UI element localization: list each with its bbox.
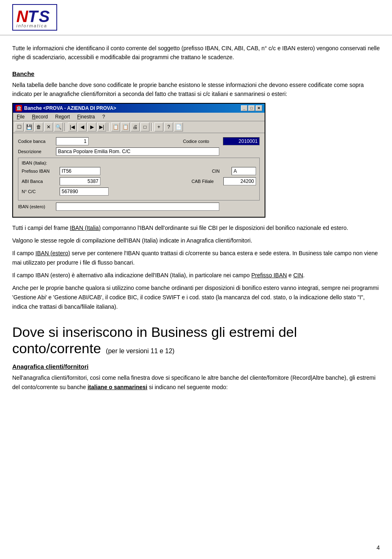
abi-cab-row: ABI Banca CAB Filiale xyxy=(22,177,256,185)
anagrafica-text: Nell'anagrafica clienti/fornitori, così … xyxy=(12,373,380,392)
large-section-heading: Dove si inseriscono in Business gli estr… xyxy=(12,324,380,356)
codice-banca-row: Codice banca Codice conto xyxy=(18,137,260,145)
abi-banca-label: ABI Banca xyxy=(22,179,56,184)
nc-label: N° C/C xyxy=(22,189,56,194)
codice-banca-label: Codice banca xyxy=(18,139,53,144)
toolbar-extra[interactable]: 📄 xyxy=(174,122,183,131)
logo-box: N T S informatica xyxy=(12,4,57,31)
menu-bar: File Record Report Finestra ? xyxy=(13,113,265,121)
nc-row: N° C/C xyxy=(22,187,256,196)
abi-banca-input[interactable] xyxy=(60,177,100,185)
svg-text:T: T xyxy=(28,7,39,25)
toolbar-add[interactable]: + xyxy=(154,122,163,131)
post-dialog-para1: Tutti i campi del frame IBAN (Italia) co… xyxy=(12,223,380,233)
toolbar-prev[interactable]: ◀ xyxy=(78,122,87,131)
main-content: Tutte le informazioni che identificano i… xyxy=(0,36,392,408)
large-heading-line1: Dove si inseriscono in Business gli estr… xyxy=(12,324,380,341)
toolbar-cancel[interactable]: ✕ xyxy=(44,122,53,131)
logo-container: N T S informatica xyxy=(12,4,57,31)
nc-input[interactable] xyxy=(60,187,109,196)
close-button[interactable]: ✕ xyxy=(256,105,262,111)
banche-section: Banche Nella tabella delle banche dove s… xyxy=(12,70,380,99)
descrizione-label: Descrizione xyxy=(18,149,53,154)
cab-filiale-label: CAB Filiale xyxy=(192,179,220,184)
menu-help[interactable]: ? xyxy=(100,114,107,120)
codice-banca-input[interactable] xyxy=(56,137,89,145)
toolbar-save[interactable]: 💾 xyxy=(24,122,33,131)
dialog-title-bar: 🏦 Banche <PROVA - AZIENDA DI PROVA> _ □ … xyxy=(13,104,265,113)
iban-estero-label: IBAN (estero) xyxy=(18,204,53,209)
prefisso-iban-label: Prefisso IBAN xyxy=(22,169,56,174)
page-header: N T S informatica xyxy=(0,0,392,36)
toolbar-sep3 xyxy=(151,123,153,131)
window-controls[interactable]: _ □ ✕ xyxy=(241,105,262,111)
svg-text:N: N xyxy=(16,7,29,25)
iban-group-label: IBAN (Italia): xyxy=(22,160,256,165)
toolbar-copy2[interactable]: 📋 xyxy=(121,122,130,131)
logo-nts: N T S xyxy=(16,7,53,25)
large-heading-line2-container: conto/corrente (per le versioni 11 e 12) xyxy=(12,341,380,356)
large-heading-sub: (per le versioni 11 e 12) xyxy=(106,347,174,355)
dialog-body: Codice banca Codice conto Descrizione IB… xyxy=(13,133,265,217)
minimize-button[interactable]: _ xyxy=(241,105,247,111)
codice-conto-label: Codice conto xyxy=(183,139,220,144)
anagrafica-heading: Anagrafica clienti/fornitori xyxy=(12,363,380,370)
toolbar-first[interactable]: |◀ xyxy=(68,122,77,131)
cin-input[interactable] xyxy=(232,167,256,175)
codice-conto-input[interactable] xyxy=(223,137,260,145)
toolbar-next[interactable]: ▶ xyxy=(87,122,96,131)
banche-dialog: 🏦 Banche <PROVA - AZIENDA DI PROVA> _ □ … xyxy=(12,103,265,218)
toolbar-delete[interactable]: 🗑 xyxy=(34,122,43,131)
toolbar-sep1 xyxy=(65,123,66,131)
iban-italia-group: IBAN (Italia): Prefisso IBAN CIN ABI Ban… xyxy=(18,158,260,200)
toolbar-search[interactable]: 🔍 xyxy=(54,122,63,131)
iban-estero-input[interactable] xyxy=(56,203,219,211)
page-number: 4 xyxy=(376,544,380,551)
bold-underline-text: italiane o sanmarinesi xyxy=(87,384,147,390)
toolbar-new[interactable]: ☐ xyxy=(15,122,24,131)
toolbar-print2[interactable]: □ xyxy=(140,122,149,131)
toolbar: ☐ 💾 🗑 ✕ 🔍 |◀ ◀ ▶ ▶| 📋 📋 🖨 □ + ? 📄 xyxy=(13,121,265,133)
descrizione-row: Descrizione xyxy=(18,147,260,156)
page-footer: 4 xyxy=(376,544,380,551)
maximize-button[interactable]: □ xyxy=(248,105,255,111)
post-dialog-para4: Il campo IBAN (estero) è alternativo all… xyxy=(12,271,380,280)
menu-finestra[interactable]: Finestra xyxy=(75,114,97,120)
prefisso-iban-input[interactable] xyxy=(60,167,100,175)
toolbar-print[interactable]: 🖨 xyxy=(131,122,140,131)
prefisso-cin-row: Prefisso IBAN CIN xyxy=(22,167,256,175)
descrizione-input[interactable] xyxy=(56,147,219,156)
menu-record[interactable]: Record xyxy=(30,114,50,120)
anagrafica-section: Anagrafica clienti/fornitori Nell'anagra… xyxy=(12,363,380,392)
title-bar-left: 🏦 Banche <PROVA - AZIENDA DI PROVA> xyxy=(16,105,116,111)
cab-filiale-input[interactable] xyxy=(223,177,256,185)
post-dialog-para5: Anche per le proprie banche qualora si u… xyxy=(12,283,380,312)
iban-estero-row: IBAN (estero) xyxy=(18,203,260,211)
toolbar-copy1[interactable]: 📋 xyxy=(111,122,120,131)
menu-file[interactable]: File xyxy=(15,114,27,120)
banche-text: Nella tabella delle banche dove sono cod… xyxy=(12,80,380,99)
large-heading-line2: conto/corrente xyxy=(12,341,101,356)
svg-text:S: S xyxy=(39,7,50,25)
dialog-title: Banche <PROVA - AZIENDA DI PROVA> xyxy=(24,105,116,111)
dialog-icon: 🏦 xyxy=(16,105,22,111)
post-dialog-para3: Il campo IBAN (estero) serve per contene… xyxy=(12,249,380,267)
nts-logo-svg: N T S xyxy=(16,7,53,25)
toolbar-sep2 xyxy=(108,123,109,131)
banche-heading: Banche xyxy=(12,70,380,77)
cin-label: CIN xyxy=(212,169,228,174)
post-dialog-para2: Valgono le stesse regole di compilazione… xyxy=(12,236,380,245)
intro-paragraph: Tutte le informazioni che identificano i… xyxy=(12,44,380,62)
menu-report[interactable]: Report xyxy=(53,114,72,120)
toolbar-last[interactable]: ▶| xyxy=(97,122,106,131)
toolbar-help2[interactable]: ? xyxy=(164,122,173,131)
